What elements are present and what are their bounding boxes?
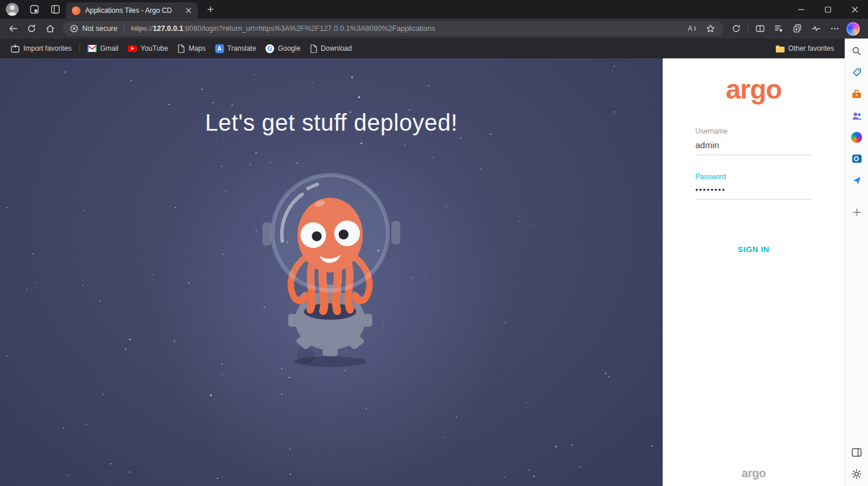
copilot-icon[interactable] <box>846 22 860 36</box>
url-rest: :8080/login?return_url=https%3A%2F%2F127… <box>183 25 435 33</box>
url-scheme: https <box>131 25 146 33</box>
profile-avatar[interactable] <box>6 3 19 16</box>
refresh-icon[interactable] <box>22 20 41 37</box>
read-aloud-icon[interactable]: A <box>682 20 701 37</box>
sync-icon[interactable] <box>727 20 746 37</box>
favorites-bar: Import favorites Gmail YouTube Maps A Tr… <box>0 39 845 58</box>
collections-icon[interactable] <box>788 20 807 37</box>
favorite-gmail[interactable]: Gmail <box>83 42 123 55</box>
maximize-button[interactable] <box>814 0 841 19</box>
favorite-label: YouTube <box>141 44 168 53</box>
url-text: https://127.0.0.1:8080/login?return_url=… <box>131 25 682 33</box>
sidebar-designer-icon[interactable] <box>850 131 863 144</box>
minimize-button[interactable] <box>788 0 814 19</box>
favorites-separator <box>79 44 80 53</box>
password-input[interactable]: •••••••• <box>695 186 812 200</box>
other-favorites-button[interactable]: Other favorites <box>771 42 839 55</box>
settings-menu-icon[interactable] <box>825 20 844 37</box>
sidebar-outlook-icon[interactable] <box>850 152 863 165</box>
home-icon[interactable] <box>41 20 60 37</box>
favorite-label: Google <box>278 44 300 53</box>
page-headline: Let's get stuff deployed! <box>0 58 663 136</box>
username-label: Username <box>695 127 812 135</box>
favorites-list-icon[interactable] <box>769 20 788 37</box>
favorite-google[interactable]: G Google <box>261 42 305 55</box>
other-favorites-label: Other favorites <box>788 44 834 53</box>
youtube-icon <box>128 46 137 52</box>
split-screen-icon[interactable] <box>751 20 769 37</box>
edge-sidebar-rail <box>845 39 868 486</box>
sidebar-people-icon[interactable] <box>850 109 863 122</box>
workspaces-icon[interactable] <box>24 0 45 19</box>
import-favorites-icon <box>10 44 20 53</box>
new-tab-button[interactable] <box>202 1 219 18</box>
security-status[interactable]: Not secure <box>70 25 117 33</box>
password-field[interactable]: Password •••••••• <box>695 173 812 200</box>
favorite-star-icon[interactable] <box>701 20 720 37</box>
page-content: Let's get stuff deployed! <box>0 58 845 486</box>
favorite-label: Translate <box>228 44 257 53</box>
tab-close-icon[interactable] <box>183 5 194 16</box>
login-panel: argo Username admin Password •••••••• SI… <box>663 58 845 486</box>
browser-navbar: Not secure https://127.0.0.1:8080/login?… <box>0 19 868 39</box>
person-icon <box>6 3 19 16</box>
favorite-download[interactable]: Download <box>305 42 356 55</box>
browser-tab[interactable]: Applications Tiles - Argo CD <box>66 2 198 19</box>
browser-titlebar: Applications Tiles - Argo CD <box>0 0 868 19</box>
gmail-icon <box>88 45 97 52</box>
address-bar[interactable]: Not secure https://127.0.0.1:8080/login?… <box>63 21 723 36</box>
back-icon[interactable] <box>4 20 22 37</box>
sidebar-drop-icon[interactable] <box>850 174 863 187</box>
argo-favicon <box>72 6 80 15</box>
sidebar-shopping-tag-icon[interactable] <box>850 66 863 79</box>
sidebar-search-icon[interactable] <box>850 44 863 57</box>
sidebar-add-icon[interactable] <box>850 206 863 219</box>
favorite-maps[interactable]: Maps <box>173 42 210 55</box>
argo-logo: argo <box>663 74 845 105</box>
sidebar-toolbox-icon[interactable] <box>850 88 863 100</box>
google-icon: G <box>265 44 274 53</box>
page-icon <box>177 44 185 53</box>
not-secure-icon <box>70 25 78 33</box>
tab-title: Applications Tiles - Argo CD <box>85 6 178 15</box>
favorite-label: Maps <box>188 44 205 53</box>
sidebar-toggle-icon[interactable] <box>850 446 863 459</box>
import-favorites-button[interactable]: Import favorites <box>6 42 76 55</box>
sign-in-button[interactable]: SIGN IN <box>738 245 769 254</box>
toolbar-divider <box>748 24 748 33</box>
url-separator: :// <box>147 25 153 33</box>
favorite-youtube[interactable]: YouTube <box>123 42 173 55</box>
space-area: Let's get stuff deployed! <box>0 58 663 486</box>
sidebar-settings-gear-icon[interactable] <box>850 467 863 480</box>
username-input[interactable]: admin <box>695 140 812 155</box>
favorite-translate[interactable]: A Translate <box>211 42 261 55</box>
argo-footer-logo: argo <box>663 467 845 480</box>
import-favorites-label: Import favorites <box>23 44 72 53</box>
translate-icon: A <box>215 44 224 53</box>
browser-essentials-icon[interactable] <box>807 20 825 37</box>
address-divider <box>124 25 124 33</box>
folder-icon <box>775 45 785 53</box>
url-host: 127.0.0.1 <box>153 25 183 33</box>
password-label: Password <box>695 173 812 181</box>
vertical-tabs-icon[interactable] <box>45 0 66 19</box>
favorite-label: Download <box>321 44 352 53</box>
favorite-label: Gmail <box>100 44 118 53</box>
username-field[interactable]: Username admin <box>695 127 812 155</box>
page-icon <box>310 44 317 53</box>
octopus-mascot <box>261 167 401 372</box>
svg-text:A: A <box>688 25 692 33</box>
close-window-button[interactable] <box>841 0 868 19</box>
security-label: Not secure <box>82 25 117 33</box>
